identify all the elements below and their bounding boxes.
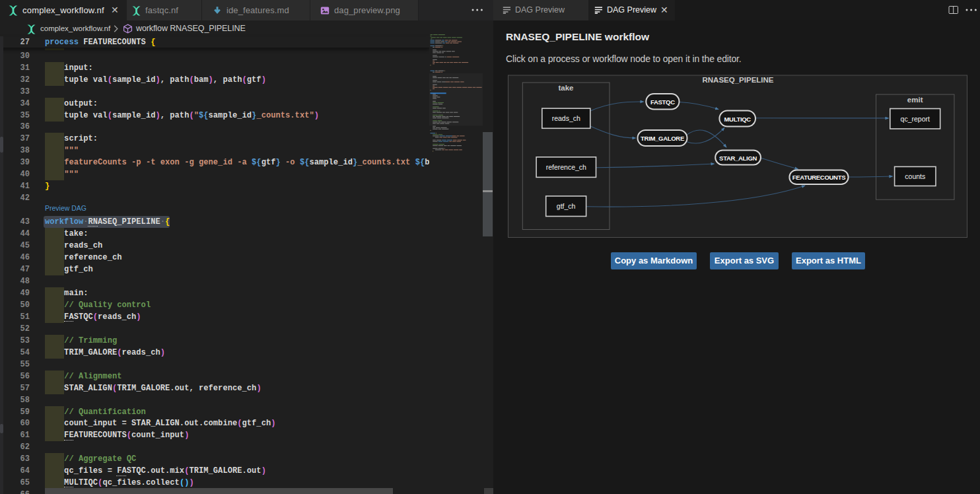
svg-text:emit: emit: [907, 96, 923, 104]
svg-text:TRIM_GALORE: TRIM_GALORE: [641, 135, 684, 142]
svg-text:reads_ch: reads_ch: [552, 114, 580, 122]
svg-text:gtf_ch: gtf_ch: [557, 202, 576, 210]
svg-text:RNASEQ_PIPELINE: RNASEQ_PIPELINE: [703, 76, 774, 84]
svg-text:reference_ch: reference_ch: [546, 163, 586, 171]
svg-text:MULTIQC: MULTIQC: [724, 116, 751, 123]
svg-text:FASTQC: FASTQC: [650, 98, 675, 106]
svg-text:STAR_ALIGN: STAR_ALIGN: [719, 155, 757, 162]
svg-text:take: take: [558, 84, 573, 92]
svg-text:counts: counts: [905, 172, 925, 180]
svg-text:FEATURECOUNTS: FEATURECOUNTS: [792, 174, 845, 181]
svg-text:qc_report: qc_report: [901, 115, 930, 123]
